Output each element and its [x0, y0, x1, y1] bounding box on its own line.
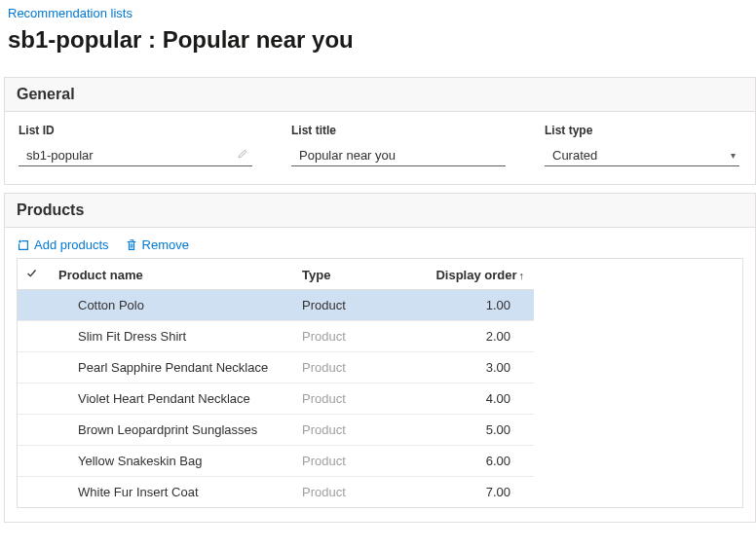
cell-product-name: Slim Fit Dress Shirt — [49, 321, 292, 352]
list-title-input[interactable]: Popular near you — [291, 145, 506, 166]
col-type[interactable]: Type — [292, 259, 419, 290]
section-general: General List ID sb1-popular List title P… — [4, 77, 756, 185]
chevron-down-icon: ▾ — [731, 150, 736, 161]
cell-display-order: 2.00 — [419, 321, 534, 352]
col-product-name[interactable]: Product name — [49, 259, 292, 290]
table-row[interactable]: Slim Fit Dress ShirtProduct2.00 — [18, 321, 534, 352]
sort-up-icon: ↑ — [519, 270, 525, 281]
cell-display-order: 5.00 — [419, 415, 534, 446]
table-row[interactable]: Brown Leopardprint SunglassesProduct5.00 — [18, 415, 534, 446]
section-products-header: Products — [5, 194, 755, 228]
cell-type: Product — [292, 477, 419, 508]
grid-header-row: Product name Type Display order↑ — [18, 259, 534, 290]
products-toolbar: Add products Remove — [5, 228, 755, 258]
col-display-order[interactable]: Display order↑ — [419, 259, 534, 290]
cell-type: Product — [292, 415, 419, 446]
general-form-row: List ID sb1-popular List title Popular n… — [5, 112, 755, 184]
cell-display-order: 4.00 — [419, 384, 534, 415]
list-id-input[interactable]: sb1-popular — [19, 145, 252, 166]
cell-display-order: 1.00 — [419, 290, 534, 321]
list-type-label: List type — [545, 124, 739, 137]
row-selector[interactable] — [18, 446, 49, 477]
list-title-value: Popular near you — [299, 148, 396, 163]
delete-icon — [125, 238, 138, 252]
add-products-button[interactable]: Add products — [17, 237, 109, 252]
list-type-dropdown[interactable]: Curated ▾ — [545, 145, 739, 166]
select-all-header[interactable] — [18, 259, 49, 290]
cell-type: Product — [292, 384, 419, 415]
cell-product-name: Pearl Sapphire Pendant Necklace — [49, 352, 292, 384]
row-selector[interactable] — [18, 290, 49, 321]
list-title-label: List title — [291, 124, 506, 137]
cell-type: Product — [292, 321, 419, 352]
cell-display-order: 7.00 — [419, 477, 534, 508]
row-selector[interactable] — [18, 477, 49, 508]
list-id-value: sb1-popular — [26, 148, 94, 163]
page-title: sb1-popular : Popular near you — [0, 24, 756, 69]
cell-display-order: 3.00 — [419, 352, 534, 384]
cell-product-name: Cotton Polo — [49, 290, 292, 321]
cell-display-order: 6.00 — [419, 446, 534, 477]
table-row[interactable]: Pearl Sapphire Pendant NecklaceProduct3.… — [18, 352, 534, 384]
products-grid: Product name Type Display order↑ Cotton … — [17, 258, 743, 508]
cell-type: Product — [292, 352, 419, 384]
row-selector[interactable] — [18, 415, 49, 446]
pencil-icon[interactable] — [237, 148, 248, 163]
field-list-type: List type Curated ▾ — [545, 124, 739, 166]
section-products: Products Add products Remove Product nam… — [4, 193, 756, 523]
cell-product-name: White Fur Insert Coat — [49, 477, 292, 508]
remove-button[interactable]: Remove — [125, 237, 189, 252]
list-type-value: Curated — [552, 148, 597, 163]
row-selector[interactable] — [18, 321, 49, 352]
table-row[interactable]: Yellow Snakeskin BagProduct6.00 — [18, 446, 534, 477]
field-list-title: List title Popular near you — [291, 124, 506, 166]
table-row[interactable]: Cotton PoloProduct1.00 — [18, 290, 534, 321]
section-general-header: General — [5, 78, 755, 112]
add-products-label: Add products — [34, 237, 109, 252]
remove-label: Remove — [142, 237, 189, 252]
field-list-id: List ID sb1-popular — [19, 124, 252, 166]
cell-product-name: Violet Heart Pendant Necklace — [49, 384, 292, 415]
add-icon — [17, 238, 30, 252]
table-row[interactable]: Violet Heart Pendant NecklaceProduct4.00 — [18, 384, 534, 415]
list-id-label: List ID — [19, 124, 252, 137]
cell-type: Product — [292, 446, 419, 477]
row-selector[interactable] — [18, 384, 49, 415]
row-selector[interactable] — [18, 352, 49, 384]
checkmark-icon — [25, 267, 39, 280]
cell-product-name: Yellow Snakeskin Bag — [49, 446, 292, 477]
col-display-order-label: Display order — [435, 268, 516, 282]
cell-type: Product — [292, 290, 419, 321]
table-row[interactable]: White Fur Insert CoatProduct7.00 — [18, 477, 534, 508]
breadcrumb[interactable]: Recommendation lists — [0, 0, 756, 24]
cell-product-name: Brown Leopardprint Sunglasses — [49, 415, 292, 446]
